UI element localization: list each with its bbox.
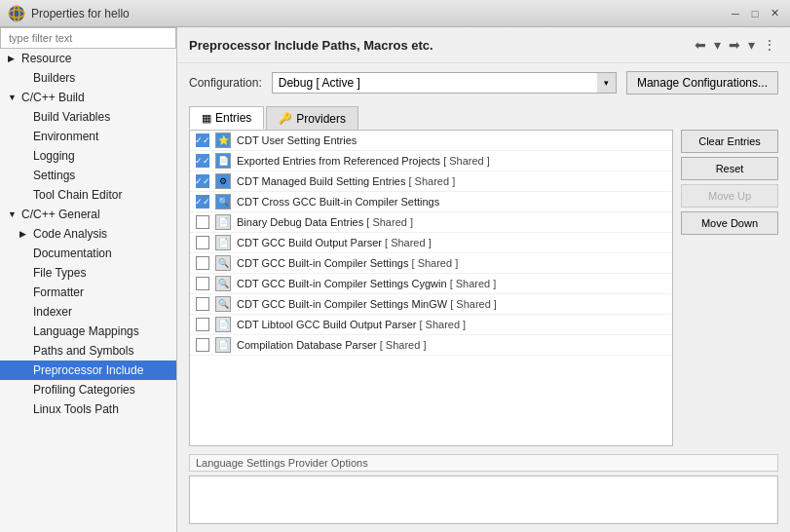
entry-label: CDT Cross GCC Built-in Compiler Settings [237, 196, 666, 208]
entries-tab-label: Entries [215, 111, 251, 125]
content-title: Preprocessor Include Paths, Macros etc. [189, 38, 433, 53]
tree-arrow: ▼ [8, 209, 18, 219]
sidebar-item-builders[interactable]: Builders [0, 68, 176, 88]
entry-checkbox[interactable] [196, 277, 209, 290]
window-title: Properties for hello [31, 7, 130, 20]
entry-label: CDT GCC Built-in Compiler Settings Cygwi… [237, 278, 666, 289]
entry-type-icon: 🔍 [215, 255, 231, 271]
sidebar-item-logging[interactable]: Logging [0, 146, 176, 166]
sidebar-item-linux-tools-path[interactable]: Linux Tools Path [0, 399, 176, 419]
sidebar-item-label: Resource [21, 52, 71, 65]
close-button[interactable]: ✕ [767, 6, 782, 21]
sidebar-item-file-types[interactable]: File Types [0, 263, 176, 283]
sidebar-item-indexer[interactable]: Indexer [0, 302, 176, 322]
table-row[interactable]: ✓ ⭐ CDT User Setting Entries [190, 131, 672, 151]
forward-dropdown-button[interactable]: ▾ [746, 35, 757, 55]
filter-input[interactable] [0, 27, 176, 49]
entry-checkbox[interactable] [196, 236, 209, 249]
entries-list: ✓ ⭐ CDT User Setting Entries ✓ 📄 Exporte… [189, 130, 673, 446]
sidebar-item-paths-and-symbols[interactable]: Paths and Symbols [0, 341, 176, 361]
sidebar-item-label: Settings [33, 169, 75, 182]
sidebar-item-language-mappings[interactable]: Language Mappings [0, 322, 176, 341]
entry-type-icon: 📄 [215, 337, 231, 353]
config-value: Debug [ Active ] [279, 76, 360, 90]
shared-badge: [ Shared ] [385, 237, 432, 248]
shared-badge: [ Shared ] [443, 155, 490, 167]
table-row[interactable]: ✓ ⚙ CDT Managed Build Setting Entries [ … [190, 171, 672, 192]
entry-checkbox[interactable]: ✓ [196, 154, 209, 168]
config-row: Configuration: Debug [ Active ] ▾ Manage… [177, 63, 790, 102]
entry-label: CDT GCC Built-in Compiler Settings [ Sha… [237, 257, 666, 269]
side-buttons: Clear Entries Reset Move Up Move Down [681, 130, 778, 446]
entry-checkbox[interactable]: ✓ [196, 133, 209, 147]
sidebar-item-label: Linux Tools Path [33, 402, 119, 416]
back-button[interactable]: ⬅ [693, 35, 708, 55]
table-row[interactable]: 🔍 CDT GCC Built-in Compiler Settings [ S… [190, 253, 672, 274]
sidebar-item-label: File Types [33, 266, 86, 280]
sidebar-item-code-analysis[interactable]: ▶ Code Analysis [0, 224, 176, 244]
entry-label: CDT Managed Build Setting Entries [ Shar… [237, 175, 666, 187]
sidebar-item-cpp-general[interactable]: ▼ C/C++ General [0, 205, 176, 224]
tab-providers[interactable]: 🔑 Providers [266, 106, 358, 130]
title-bar: Properties for hello ─ □ ✕ [0, 0, 790, 27]
entry-checkbox[interactable]: ✓ [196, 174, 209, 188]
entry-checkbox[interactable]: ✓ [196, 195, 209, 209]
sidebar-item-build-variables[interactable]: Build Variables [0, 107, 176, 127]
sidebar-item-settings[interactable]: Settings [0, 166, 176, 185]
more-options-button[interactable]: ⋮ [761, 35, 778, 55]
table-row[interactable]: 📄 CDT GCC Build Output Parser [ Shared ] [190, 233, 672, 253]
move-down-button[interactable]: Move Down [681, 211, 778, 235]
entry-checkbox[interactable] [196, 215, 209, 229]
table-row[interactable]: 📄 Binary Debug Data Entries [ Shared ] [190, 212, 672, 233]
reset-button[interactable]: Reset [681, 157, 778, 180]
sidebar-item-preprocessor-include[interactable]: Preprocessor Include [0, 361, 176, 380]
table-row[interactable]: 📄 Compilation Database Parser [ Shared ] [190, 335, 672, 356]
sidebar-item-label: Preprocessor Include [33, 363, 143, 377]
config-label: Configuration: [189, 76, 262, 90]
back-dropdown-button[interactable]: ▾ [712, 35, 723, 55]
tree-arrow: ▶ [8, 54, 18, 63]
config-select-display[interactable]: Debug [ Active ] [272, 72, 617, 94]
tree-container: ▶ Resource Builders ▼ C/C++ Build Build … [0, 49, 176, 419]
sidebar-item-resource[interactable]: ▶ Resource [0, 49, 176, 68]
title-bar-left: Properties for hello [8, 5, 130, 22]
shared-badge: [ Shared ] [419, 319, 466, 330]
entry-checkbox[interactable] [196, 297, 209, 311]
sidebar-item-environment[interactable]: Environment [0, 127, 176, 146]
sidebar-item-label: C/C++ General [21, 208, 100, 221]
maximize-button[interactable]: □ [747, 6, 763, 21]
entry-label: Compilation Database Parser [ Shared ] [237, 339, 666, 351]
entry-label: Binary Debug Data Entries [ Shared ] [237, 216, 666, 228]
move-up-button[interactable]: Move Up [681, 184, 778, 208]
tree-arrow: ▼ [8, 93, 18, 102]
entry-checkbox[interactable] [196, 256, 209, 270]
sidebar-item-label: Formatter [33, 285, 84, 299]
table-row[interactable]: 📄 CDT Libtool GCC Build Output Parser [ … [190, 315, 672, 335]
content-area: Preprocessor Include Paths, Macros etc. … [177, 27, 790, 532]
entry-checkbox[interactable] [196, 338, 209, 352]
clear-entries-button[interactable]: Clear Entries [681, 130, 778, 153]
sidebar-item-profiling-categories[interactable]: Profiling Categories [0, 380, 176, 399]
manage-configurations-button[interactable]: Manage Configurations... [626, 71, 778, 95]
svg-point-0 [9, 6, 24, 21]
sidebar-item-documentation[interactable]: Documentation [0, 244, 176, 263]
shared-badge: [ Shared ] [380, 339, 427, 351]
minimize-button[interactable]: ─ [728, 6, 743, 21]
entry-label: Exported Entries from Referenced Project… [237, 155, 666, 167]
sidebar-item-formatter[interactable]: Formatter [0, 283, 176, 302]
table-row[interactable]: 🔍 CDT GCC Built-in Compiler Settings Min… [190, 294, 672, 315]
table-row[interactable]: 🔍 CDT GCC Built-in Compiler Settings Cyg… [190, 274, 672, 294]
table-row[interactable]: ✓ 🔍 CDT Cross GCC Built-in Compiler Sett… [190, 192, 672, 212]
shared-badge: [ Shared ] [450, 278, 497, 289]
config-dropdown-button[interactable]: ▾ [597, 72, 617, 94]
entry-label: CDT GCC Built-in Compiler Settings MinGW… [237, 298, 666, 310]
shared-badge: [ Shared ] [409, 175, 456, 187]
table-row[interactable]: ✓ 📄 Exported Entries from Referenced Pro… [190, 151, 672, 171]
entry-checkbox[interactable] [196, 318, 209, 331]
providers-tab-icon: 🔑 [279, 112, 292, 125]
forward-button[interactable]: ➡ [727, 35, 742, 55]
sidebar-item-cpp-build[interactable]: ▼ C/C++ Build [0, 88, 176, 107]
sidebar-item-label: Indexer [33, 305, 72, 319]
tab-entries[interactable]: ▦ Entries [189, 106, 264, 130]
sidebar-item-tool-chain-editor[interactable]: Tool Chain Editor [0, 185, 176, 205]
